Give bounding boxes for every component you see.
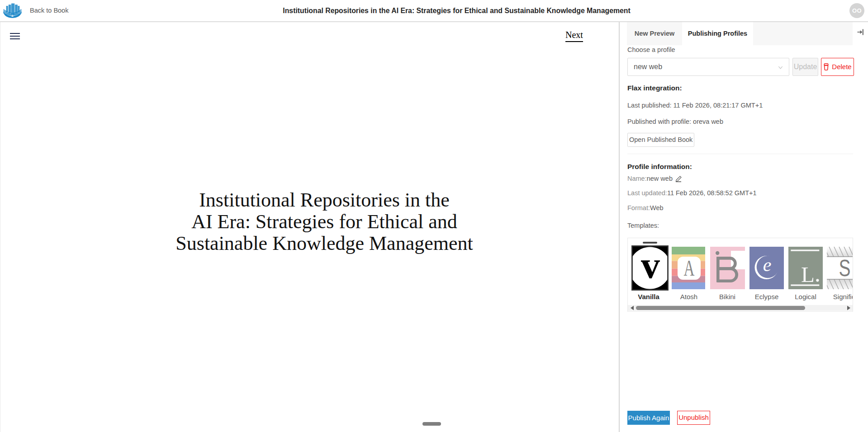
svg-text:e: e (763, 254, 772, 275)
svg-text:S: S (839, 255, 851, 281)
svg-text:v: v (641, 245, 660, 286)
svg-text:A: A (684, 255, 695, 281)
svg-text:L: L (801, 262, 815, 287)
